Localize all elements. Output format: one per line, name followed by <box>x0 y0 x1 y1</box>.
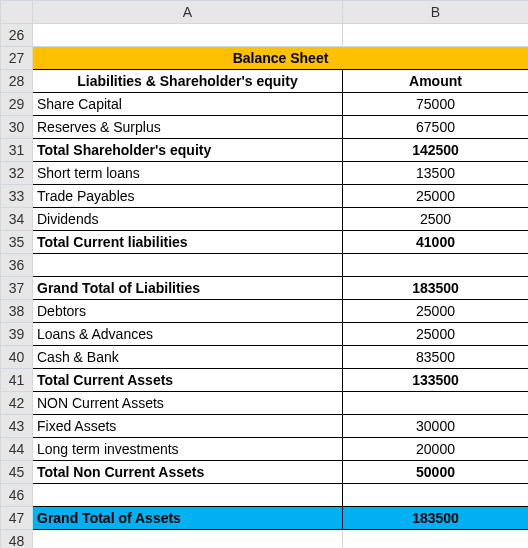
cell-A38[interactable]: Debtors <box>33 300 343 323</box>
column-header-B[interactable]: B <box>343 1 529 24</box>
row-46: 46 <box>1 484 529 507</box>
cell-B42[interactable] <box>343 392 529 415</box>
row-27: 27Balance Sheet <box>1 47 529 70</box>
row-35: 35Total Current liabilities41000 <box>1 231 529 254</box>
row-40: 40Cash & Bank83500 <box>1 346 529 369</box>
cell-A32[interactable]: Short term loans <box>33 162 343 185</box>
row-39: 39Loans & Advances25000 <box>1 323 529 346</box>
cell-A37[interactable]: Grand Total of Liabilities <box>33 277 343 300</box>
row-37: 37Grand Total of Liabilities183500 <box>1 277 529 300</box>
column-header-row: A B <box>1 1 529 24</box>
row-header-37[interactable]: 37 <box>1 277 33 300</box>
cell-B33[interactable]: 25000 <box>343 185 529 208</box>
cell-A33[interactable]: Trade Payables <box>33 185 343 208</box>
row-header-36[interactable]: 36 <box>1 254 33 277</box>
row-header-28[interactable]: 28 <box>1 70 33 93</box>
row-47: 47Grand Total of Assets183500 <box>1 507 529 530</box>
cell-B44[interactable]: 20000 <box>343 438 529 461</box>
cell-A46[interactable] <box>33 484 343 507</box>
row-header-34[interactable]: 34 <box>1 208 33 231</box>
row-38: 38Debtors25000 <box>1 300 529 323</box>
cell-B37[interactable]: 183500 <box>343 277 529 300</box>
cell-B39[interactable]: 25000 <box>343 323 529 346</box>
cell-A45[interactable]: Total Non Current Assets <box>33 461 343 484</box>
row-header-46[interactable]: 46 <box>1 484 33 507</box>
row-36: 36 <box>1 254 529 277</box>
row-header-41[interactable]: 41 <box>1 369 33 392</box>
row-header-39[interactable]: 39 <box>1 323 33 346</box>
row-header-29[interactable]: 29 <box>1 93 33 116</box>
row-41: 41Total Current Assets133500 <box>1 369 529 392</box>
cell-A44[interactable]: Long term investments <box>33 438 343 461</box>
cell-A26[interactable] <box>33 24 343 47</box>
cell-A42[interactable]: NON Current Assets <box>33 392 343 415</box>
cell-B31[interactable]: 142500 <box>343 139 529 162</box>
cell-B48[interactable] <box>343 530 529 549</box>
row-32: 32Short term loans13500 <box>1 162 529 185</box>
cell-B36[interactable] <box>343 254 529 277</box>
row-33: 33Trade Payables25000 <box>1 185 529 208</box>
cell-B41[interactable]: 133500 <box>343 369 529 392</box>
row-30: 30Reserves & Surplus67500 <box>1 116 529 139</box>
row-header-40[interactable]: 40 <box>1 346 33 369</box>
row-26: 26 <box>1 24 529 47</box>
row-43: 43Fixed Assets30000 <box>1 415 529 438</box>
column-header-A[interactable]: A <box>33 1 343 24</box>
cell-A28[interactable]: Liabilities & Shareholder's equity <box>33 70 343 93</box>
cell-A39[interactable]: Loans & Advances <box>33 323 343 346</box>
cell-B34[interactable]: 2500 <box>343 208 529 231</box>
row-31: 31Total Shareholder's equity142500 <box>1 139 529 162</box>
row-header-45[interactable]: 45 <box>1 461 33 484</box>
cell-A41[interactable]: Total Current Assets <box>33 369 343 392</box>
cell-B38[interactable]: 25000 <box>343 300 529 323</box>
cell-A27[interactable]: Balance Sheet <box>33 47 529 70</box>
cell-A36[interactable] <box>33 254 343 277</box>
select-all-corner[interactable] <box>1 1 33 24</box>
cell-B35[interactable]: 41000 <box>343 231 529 254</box>
row-header-31[interactable]: 31 <box>1 139 33 162</box>
cell-B28[interactable]: Amount <box>343 70 529 93</box>
cell-B47[interactable]: 183500 <box>343 507 529 530</box>
row-48: 48 <box>1 530 529 549</box>
row-header-47[interactable]: 47 <box>1 507 33 530</box>
row-header-30[interactable]: 30 <box>1 116 33 139</box>
cell-B29[interactable]: 75000 <box>343 93 529 116</box>
row-34: 34Dividends2500 <box>1 208 529 231</box>
row-header-38[interactable]: 38 <box>1 300 33 323</box>
row-42: 42NON Current Assets <box>1 392 529 415</box>
row-header-27[interactable]: 27 <box>1 47 33 70</box>
cell-B40[interactable]: 83500 <box>343 346 529 369</box>
row-header-33[interactable]: 33 <box>1 185 33 208</box>
row-28: 28Liabilities & Shareholder's equityAmou… <box>1 70 529 93</box>
cell-B43[interactable]: 30000 <box>343 415 529 438</box>
cell-A48[interactable] <box>33 530 343 549</box>
row-header-35[interactable]: 35 <box>1 231 33 254</box>
cell-A29[interactable]: Share Capital <box>33 93 343 116</box>
cell-B46[interactable] <box>343 484 529 507</box>
row-header-43[interactable]: 43 <box>1 415 33 438</box>
row-header-32[interactable]: 32 <box>1 162 33 185</box>
row-header-44[interactable]: 44 <box>1 438 33 461</box>
cell-A35[interactable]: Total Current liabilities <box>33 231 343 254</box>
cell-B30[interactable]: 67500 <box>343 116 529 139</box>
cell-B45[interactable]: 50000 <box>343 461 529 484</box>
row-44: 44Long term investments20000 <box>1 438 529 461</box>
cell-B26[interactable] <box>343 24 529 47</box>
cell-A40[interactable]: Cash & Bank <box>33 346 343 369</box>
cell-A30[interactable]: Reserves & Surplus <box>33 116 343 139</box>
row-29: 29Share Capital75000 <box>1 93 529 116</box>
row-header-26[interactable]: 26 <box>1 24 33 47</box>
row-45: 45Total Non Current Assets50000 <box>1 461 529 484</box>
cell-A31[interactable]: Total Shareholder's equity <box>33 139 343 162</box>
cell-A34[interactable]: Dividends <box>33 208 343 231</box>
row-header-48[interactable]: 48 <box>1 530 33 549</box>
cell-A43[interactable]: Fixed Assets <box>33 415 343 438</box>
cell-B32[interactable]: 13500 <box>343 162 529 185</box>
spreadsheet: A B 2627Balance Sheet28Liabilities & Sha… <box>0 0 528 548</box>
cell-A47[interactable]: Grand Total of Assets <box>33 507 343 530</box>
row-header-42[interactable]: 42 <box>1 392 33 415</box>
